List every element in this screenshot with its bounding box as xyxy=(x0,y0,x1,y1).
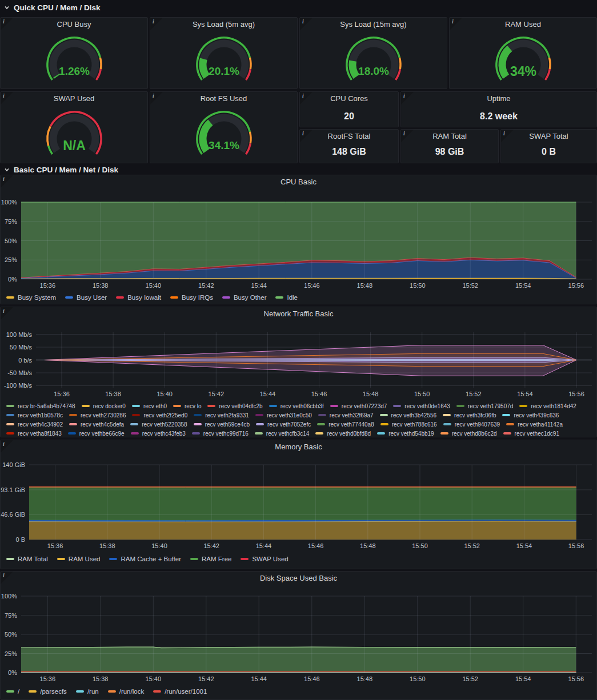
svg-text:15:50: 15:50 xyxy=(410,282,426,289)
info-glyph: i xyxy=(3,308,5,314)
legend-color-marker xyxy=(222,296,230,299)
svg-text:34.1%: 34.1% xyxy=(209,139,239,151)
cpu-basic-chart[interactable]: 100%75%50%25%0%15:3615:3815:4015:4215:44… xyxy=(1,189,596,291)
svg-text:93.1 GiB: 93.1 GiB xyxy=(1,486,25,493)
legend-item[interactable]: RAM Free xyxy=(190,556,231,562)
legend-item[interactable]: recv veth32f69a7 xyxy=(318,412,374,419)
legend-item[interactable]: recv veth07223d7 xyxy=(330,403,387,409)
section-header-quick-cpu-mem-disk[interactable]: Quick CPU / Mem / Disk xyxy=(3,2,101,13)
network-traffic-chart[interactable]: 100 Mb/s50 Mb/s0 b/s-50 Mb/s-100 Mb/s15:… xyxy=(1,321,596,401)
legend-item[interactable]: recv veth439c636 xyxy=(502,412,559,419)
svg-text:15:50: 15:50 xyxy=(412,542,428,549)
legend-item[interactable]: Busy System xyxy=(6,294,56,301)
gauge-ram-used: 34% xyxy=(475,30,572,87)
legend-label: recv veth1814d42 xyxy=(531,403,576,409)
legend-item[interactable]: recv vethec1dc91 xyxy=(503,431,559,437)
svg-text:15:48: 15:48 xyxy=(357,282,373,289)
panel-title: Uptime xyxy=(401,92,596,106)
panel-title: Memory Basic xyxy=(1,440,596,454)
legend-item[interactable]: recv vethbe66c9e xyxy=(68,431,125,437)
legend-item[interactable]: recv veth5220358 xyxy=(130,421,187,428)
svg-text:50%: 50% xyxy=(5,238,17,244)
legend-item[interactable]: Busy Iowait xyxy=(116,294,161,301)
stat-value: 148 GiB xyxy=(300,147,398,157)
svg-text:75%: 75% xyxy=(5,612,17,619)
legend-item[interactable]: recv lo xyxy=(173,403,201,409)
legend-item[interactable]: recv veth2fa9331 xyxy=(194,412,249,419)
legend-color-marker xyxy=(315,432,323,435)
legend-item[interactable]: /run/lock xyxy=(108,688,144,695)
legend-item[interactable]: Busy IRQs xyxy=(170,294,213,301)
legend-item[interactable]: recv veth2730286 xyxy=(69,412,126,419)
legend-item[interactable]: recv vethc99d716 xyxy=(192,431,249,437)
legend-item[interactable]: / xyxy=(6,688,19,695)
memory-basic-chart[interactable]: 140 GiB93.1 GiB46.6 GiB0 B15:3615:3815:4… xyxy=(1,454,596,550)
legend-color-marker xyxy=(116,296,124,299)
grafana-dashboard: Quick CPU / Mem / Disk i CPU Busy 1.26% … xyxy=(0,0,597,700)
legend-item[interactable]: recv docker0 xyxy=(82,403,126,409)
legend-label: recv veth59ce4cb xyxy=(205,421,250,428)
disk-space-legend: //parsecfs/run/run/lock/run/user/1001 xyxy=(6,687,593,696)
legend-item[interactable]: RAM Total xyxy=(6,556,48,562)
legend-item[interactable]: recv veth31e0c50 xyxy=(255,412,312,419)
legend-item[interactable]: recv vethd8b6c2d xyxy=(440,431,497,437)
legend-item[interactable]: recv veth1814d42 xyxy=(519,403,576,409)
legend-item[interactable]: SWAP Used xyxy=(241,556,288,562)
legend-color-marker xyxy=(6,558,14,560)
legend-item[interactable]: /run xyxy=(76,688,99,695)
legend-item[interactable]: recv veth3b42556 xyxy=(380,412,437,419)
legend-item[interactable]: recv veth2f25ed0 xyxy=(132,412,187,419)
legend-item[interactable]: recv veth77440a8 xyxy=(317,421,374,428)
svg-text:-100 Mb/s: -100 Mb/s xyxy=(4,382,32,389)
legend-color-marker xyxy=(170,296,178,299)
info-glyph: i xyxy=(302,92,304,99)
legend-color-marker xyxy=(317,423,325,425)
legend-item[interactable]: Busy User xyxy=(65,294,107,301)
legend-item[interactable]: recv vetha8f1843 xyxy=(6,431,62,437)
legend-color-marker xyxy=(443,423,451,425)
legend-item[interactable]: recv vethcfb3c14 xyxy=(255,431,310,437)
legend-item[interactable]: RAM Cache + Buffer xyxy=(109,556,181,562)
panel-root-fs-used: i Root FS Used 34.1% xyxy=(150,91,298,163)
legend-item[interactable]: recv veth7052efc xyxy=(256,421,311,428)
legend-item[interactable]: recv veth4c34902 xyxy=(6,421,63,428)
legend-item[interactable]: RAM Used xyxy=(57,556,101,562)
section-header-basic-cpu-mem-net-disk[interactable]: Basic CPU / Mem / Net / Disk xyxy=(3,164,118,175)
legend-color-marker xyxy=(241,558,249,560)
svg-text:75%: 75% xyxy=(5,218,17,225)
legend-item[interactable]: recv veth179507d xyxy=(456,403,514,409)
legend-item[interactable]: recv veth0de1643 xyxy=(393,403,450,409)
legend-item[interactable]: recv veth9407639 xyxy=(443,421,500,428)
legend-color-marker xyxy=(6,432,14,435)
legend-item[interactable]: recv vethc43feb3 xyxy=(131,431,186,437)
legend-item[interactable]: recv veth788c616 xyxy=(380,421,437,428)
legend-item[interactable]: /parsecfs xyxy=(29,688,67,695)
legend-item[interactable]: Idle xyxy=(275,294,298,301)
legend-item[interactable]: recv vethd0bfd8d xyxy=(315,431,371,437)
legend-item[interactable]: recv br-5a6ab4b74748 xyxy=(6,403,75,409)
legend-color-marker xyxy=(76,690,84,693)
legend-color-marker xyxy=(256,423,264,425)
info-glyph: i xyxy=(403,130,405,136)
disk-space-chart[interactable]: 100%75%50%25%0%15:3615:3815:4015:4215:44… xyxy=(1,585,596,682)
legend-item[interactable]: recv eth0 xyxy=(132,403,167,409)
legend-item[interactable]: /run/user/1001 xyxy=(153,688,207,695)
svg-text:15:38: 15:38 xyxy=(93,282,109,289)
legend-color-marker xyxy=(330,405,338,407)
legend-item[interactable]: recv veth04dfc2b xyxy=(207,403,262,409)
legend-item[interactable]: recv veth1b0578c xyxy=(6,412,63,419)
legend-label: recv vethc99d716 xyxy=(203,431,249,437)
legend-color-marker xyxy=(153,690,161,693)
legend-color-marker xyxy=(29,690,37,693)
legend-item[interactable]: recv vethd54bb19 xyxy=(377,431,434,437)
legend-item[interactable]: Busy Other xyxy=(222,294,267,301)
panel-title: Sys Load (5m avg) xyxy=(150,18,297,31)
legend-item[interactable]: recv veth3fc06fb xyxy=(443,412,496,419)
svg-text:100%: 100% xyxy=(1,199,17,206)
legend-item[interactable]: recv vetha41142a xyxy=(506,421,563,428)
legend-item[interactable]: recv veth4c5defa xyxy=(69,421,124,428)
legend-color-marker xyxy=(393,405,401,407)
legend-item[interactable]: recv veth59ce4cb xyxy=(194,421,250,428)
legend-item[interactable]: recv veth06cbb3f xyxy=(269,403,324,409)
panel-cpu-cores: i CPU Cores 20 xyxy=(299,91,399,127)
